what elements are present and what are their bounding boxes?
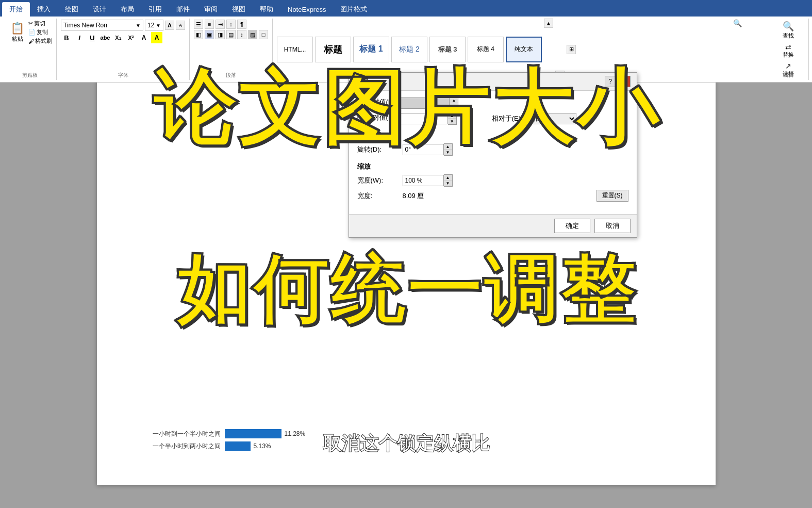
find-button[interactable]: 🔍 查找 (781, 20, 796, 41)
width-pct-up[interactable]: ▲ (444, 175, 452, 181)
relative-radio[interactable] (357, 114, 364, 121)
clipboard-content: 📋 粘贴 ✂剪切 📄复制 🖌格式刷 (7, 20, 52, 79)
chart-section: 一小时到一个半小时之间 11.28% 一个半小时到两小时之间 5.13% (138, 429, 674, 454)
rotate-spin-down[interactable]: ▼ (444, 150, 452, 155)
relative-to-select[interactable]: 页面 (525, 113, 576, 124)
chart-bar-2 (225, 441, 251, 451)
underline-button[interactable]: U (87, 32, 98, 43)
tab-noteexpress[interactable]: NoteExpress (280, 2, 333, 17)
ribbon: 开始 插入 绘图 设计 布局 引用 邮件 审阅 视图 帮助 NoteExpres… (0, 0, 812, 83)
font-name-box[interactable]: Times New Ron ▼ (61, 20, 143, 31)
relative-spin-up[interactable]: ▲ (448, 113, 456, 119)
relative-spin-arrows: ▲ ▼ (448, 112, 457, 125)
clipboard-group: 📋 粘贴 ✂剪切 📄复制 🖌格式刷 (3, 19, 57, 80)
dialog-close-button[interactable]: × (619, 76, 631, 87)
tab-insert[interactable]: 插入 (30, 2, 58, 17)
list-button[interactable]: ☰ (194, 20, 203, 29)
style-heading[interactable]: 标题 (315, 37, 351, 62)
relative-spin: ▲ ▼ (396, 112, 457, 125)
editing-group-label: 编辑 (783, 72, 793, 79)
ok-button[interactable]: 确定 (554, 219, 590, 233)
tab-references[interactable]: 引用 (141, 2, 169, 17)
style-heading3[interactable]: 标题 3 (429, 37, 466, 62)
tab-review[interactable]: 审阅 (197, 2, 225, 17)
shrink-font-button[interactable]: A (176, 21, 185, 30)
tab-home[interactable]: 开始 (2, 2, 30, 17)
rotate-spin: ▲ ▼ (403, 143, 453, 156)
font-group-content: Times New Ron ▼ 12 ▼ A A B I U abc X₂ (61, 20, 185, 79)
line-spacing-button[interactable]: ↕ (237, 30, 246, 39)
absolute-row: 绝对值(L) ▲ ▼ (357, 97, 628, 109)
width-pct-down[interactable]: ▼ (444, 181, 452, 186)
highlight-button[interactable]: A (151, 32, 162, 43)
strikethrough-button[interactable]: abc (100, 32, 111, 43)
tab-view[interactable]: 视图 (225, 2, 253, 17)
show-marks-button[interactable]: ¶ (237, 20, 246, 29)
indent-button[interactable]: ⇥ (216, 20, 225, 29)
font-color-button[interactable]: A (138, 32, 150, 43)
style-plain-text[interactable]: 纯文本 (506, 37, 542, 62)
font-group-label: 字体 (118, 72, 128, 79)
justify-button[interactable]: ▤ (226, 30, 236, 39)
shading-button[interactable]: ▨ (248, 30, 257, 39)
reset-button[interactable]: 重置(S) (596, 190, 628, 202)
style-html[interactable]: HTML... (277, 37, 313, 62)
style-heading1[interactable]: 标题 1 (353, 37, 389, 62)
editing-content: 🔍 查找 ⇄ 替换 ↗ 选择 (781, 20, 796, 79)
cancel-button[interactable]: 取消 (594, 219, 631, 233)
styles-scroll-up[interactable]: ▲ (544, 19, 553, 28)
bold-button[interactable]: B (61, 32, 72, 43)
tab-picture-format[interactable]: 图片格式 (333, 2, 374, 17)
subscript-button[interactable]: X₂ (112, 32, 124, 43)
font-row-1: Times New Ron ▼ 12 ▼ A A (61, 20, 185, 31)
superscript-button[interactable]: X² (125, 32, 137, 43)
relative-spin-down[interactable]: ▼ (448, 119, 456, 124)
ribbon-tab-bar: 开始 插入 绘图 设计 布局 引用 邮件 审阅 视图 帮助 NoteExpres… (0, 0, 812, 17)
font-size-box[interactable]: 12 ▼ (145, 20, 163, 31)
border-button[interactable]: □ (259, 30, 268, 39)
rotate-spin-up[interactable]: ▲ (444, 144, 452, 150)
align-right-button[interactable]: ◨ (216, 30, 225, 39)
absolute-label: 绝对值(L) (366, 97, 394, 107)
tab-draw[interactable]: 绘图 (58, 2, 86, 17)
absolute-spin-down[interactable]: ▼ (450, 103, 458, 109)
grow-font-button[interactable]: A (165, 21, 174, 30)
rotate-value-input[interactable] (403, 144, 444, 155)
italic-button[interactable]: I (74, 32, 85, 43)
width-pct-input[interactable] (403, 175, 444, 186)
para-row-2: ◧ ▣ ◨ ▤ ↕ ▨ □ (194, 30, 268, 39)
style-heading4[interactable]: 标题 4 (468, 37, 504, 62)
relative-value-input[interactable] (396, 113, 448, 124)
tab-design[interactable]: 设计 (86, 2, 113, 17)
absolute-value-input[interactable] (398, 97, 450, 109)
chart-row-2: 一个半小时到两小时之间 5.13% (138, 441, 674, 451)
rotate-spin-arrows: ▲ ▼ (444, 143, 453, 156)
absolute-radio[interactable] (357, 99, 364, 106)
paragraph-group: ☰ ≡ ⇥ ↕ ¶ ◧ ▣ ◨ ▤ ↕ ▨ □ 段落 (190, 19, 273, 80)
align-center-button[interactable]: ▣ (205, 30, 214, 39)
style-heading2[interactable]: 标题 2 (391, 37, 427, 62)
format-painter-button[interactable]: 🖌格式刷 (28, 37, 52, 45)
layout-dialog: 布局 ? × 绝对值(L) ▲ ▼ (349, 72, 637, 238)
tab-layout[interactable]: 布局 (113, 2, 141, 17)
relative-to-label: 相对于(E) (492, 114, 521, 123)
styles-expand[interactable]: ⊞ (567, 45, 576, 54)
sort-button[interactable]: ↕ (226, 20, 236, 29)
tab-help[interactable]: 帮助 (253, 2, 280, 17)
replace-button[interactable]: ⇄ 替换 (781, 42, 796, 60)
copy-button[interactable]: 📄复制 (28, 28, 52, 36)
rotate-section: 旋转 旋转(D): ▲ ▼ (357, 131, 628, 156)
width-pct-spin: ▲ ▼ (403, 174, 453, 187)
numbered-list-button[interactable]: ≡ (205, 20, 214, 29)
chart-pct-2: 5.13% (254, 443, 271, 450)
cut-button[interactable]: ✂剪切 (28, 20, 52, 27)
width-cm-label: 宽度: (357, 191, 399, 201)
tab-mail[interactable]: 邮件 (169, 2, 197, 17)
paste-button[interactable]: 📋 粘贴 (7, 21, 27, 44)
styles-area: HTML... 标题 标题 1 标题 2 标题 3 标题 4 纯文本 ▲ ▼ ⊞ (273, 19, 768, 80)
align-left-button[interactable]: ◧ (194, 30, 203, 39)
rotate-label: 旋转(D): (357, 145, 399, 154)
absolute-spin-up[interactable]: ▲ (450, 97, 458, 103)
font-row-2: B I U abc X₂ X² A A (61, 32, 185, 43)
dialog-help-button[interactable]: ? (605, 76, 616, 87)
